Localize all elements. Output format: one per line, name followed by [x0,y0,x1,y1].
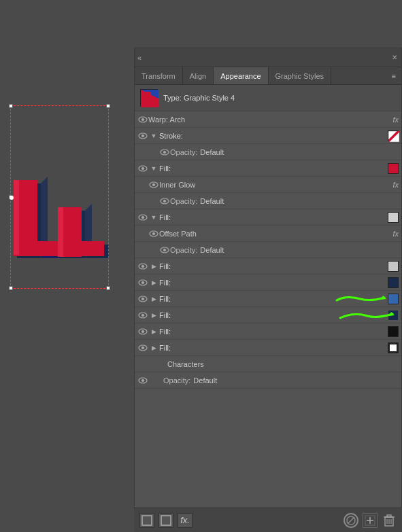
offset-path-eye[interactable] [148,228,159,239]
handle-br[interactable] [106,286,110,290]
fill2-eye[interactable] [137,212,148,223]
offset-path-label: Offset Path [159,230,392,238]
fill7-swatch[interactable] [388,326,399,337]
svg-point-51 [141,379,144,382]
svg-point-49 [141,347,144,349]
fill4-swatch[interactable] [388,277,399,288]
char-opacity-value: Default [193,376,217,385]
fx-label: fx. [180,515,190,525]
stroke-eye-icon[interactable] [137,130,148,141]
inner-glow-row: Inner Glow fx [135,177,401,193]
svg-point-23 [163,151,166,154]
stroke-row: ▼ Stroke: [135,128,401,144]
fill2-swatch[interactable] [388,212,399,223]
panel-menu-icon[interactable]: ≡ [386,67,401,84]
collapse-icon[interactable]: « [137,54,141,62]
fill3-row: ▶ Fill: [135,258,401,274]
panel-header: « ✕ [135,48,401,67]
svg-line-55 [348,517,354,524]
fill8-eye[interactable] [137,342,148,353]
fill7-chevron[interactable]: ▶ [150,327,158,336]
fill6-eye[interactable] [137,310,148,321]
fill4-row: ▶ Fill: [135,274,401,291]
fill1-row: ▼ Fill: [135,160,401,177]
svg-point-29 [163,200,166,202]
fill1-swatch[interactable] [388,163,399,174]
fill5-chevron[interactable]: ▶ [150,295,158,303]
fill1-opacity-eye[interactable] [159,196,170,207]
stroke-opacity-eye[interactable] [159,147,170,158]
svg-rect-52 [142,516,152,525]
no-symbol-button[interactable] [344,513,358,528]
svg-point-44 [141,314,144,317]
warp-fx-button[interactable]: fx [392,116,399,124]
tab-appearance[interactable]: Appearance [214,67,268,84]
fill2-chevron[interactable]: ▼ [150,213,158,221]
fx-button[interactable]: fx. [178,513,192,528]
fill5-row: ▶ Fill: [135,291,401,307]
handle-bl[interactable] [9,286,13,290]
fill4-eye[interactable] [137,277,148,288]
fill7-eye[interactable] [137,326,148,337]
char-opacity-eye[interactable] [137,375,148,386]
svg-point-39 [141,281,144,284]
offset-path-row: Offset Path fx [135,226,401,242]
tab-graphic-styles[interactable]: Graphic Styles [269,67,332,84]
fill3-chevron[interactable]: ▶ [150,262,158,270]
char-opacity-label: Opacity: [163,376,190,385]
svg-point-37 [141,265,144,268]
svg-point-27 [152,183,155,186]
fill5-label: Fill: [159,295,385,303]
offset-path-fx[interactable]: fx [392,230,399,238]
fill6-label: Fill: [159,311,385,319]
header-controls: ✕ [390,54,399,62]
close-button[interactable]: ✕ [390,54,399,62]
fill1-eye[interactable] [137,163,148,174]
fill4-chevron[interactable]: ▶ [150,279,158,287]
fill3-label: Fill: [159,262,385,270]
tab-transform[interactable]: Transform [135,67,183,84]
tab-bar: Transform Align Appearance Graphic Style… [135,67,401,85]
fill8-label: Fill: [159,344,385,352]
fill2-opacity-eye[interactable] [159,245,170,255]
fill5-swatch[interactable] [388,294,399,304]
svg-point-47 [141,330,144,333]
handle-tr[interactable] [106,104,110,108]
fill8-chevron[interactable]: ▶ [150,344,158,352]
handle-tl[interactable] [9,104,13,108]
fill4-label: Fill: [159,279,385,287]
handle-ml[interactable] [9,195,13,199]
char-opacity-row: Opacity: Default [135,372,401,389]
svg-rect-15 [143,92,151,105]
inner-glow-label: Inner Glow [159,181,392,189]
svg-point-25 [141,167,144,170]
tab-align[interactable]: Align [183,67,214,84]
fill2-opacity-label: Opacity: [170,246,197,254]
warp-eye-icon[interactable] [137,114,148,125]
fill6-chevron[interactable]: ▶ [150,311,158,319]
delete-button[interactable] [382,513,397,528]
fill3-eye[interactable] [137,261,148,272]
new-layer-button[interactable] [139,513,154,528]
fill3-swatch[interactable] [388,261,399,272]
layer2-button[interactable] [158,513,173,528]
add-button[interactable] [363,513,378,528]
fill8-swatch[interactable] [388,342,399,353]
selection-box [10,105,109,289]
inner-glow-eye[interactable] [148,179,159,190]
svg-rect-53 [161,516,171,525]
stroke-chevron[interactable]: ▼ [150,132,158,140]
fill6-swatch[interactable] [388,310,399,321]
fill8-row: ▶ Fill: [135,340,401,356]
svg-point-31 [141,216,144,219]
fill5-eye[interactable] [137,294,148,304]
svg-point-33 [152,232,155,235]
fill1-label: Fill: [159,164,385,173]
canvas-area [0,0,134,532]
stroke-swatch[interactable] [388,130,399,141]
fill7-row: ▶ Fill: [135,323,401,340]
stroke-opacity-value: Default [200,148,224,156]
inner-glow-fx[interactable]: fx [392,181,399,189]
svg-point-19 [141,135,144,137]
fill1-chevron[interactable]: ▼ [150,164,158,173]
